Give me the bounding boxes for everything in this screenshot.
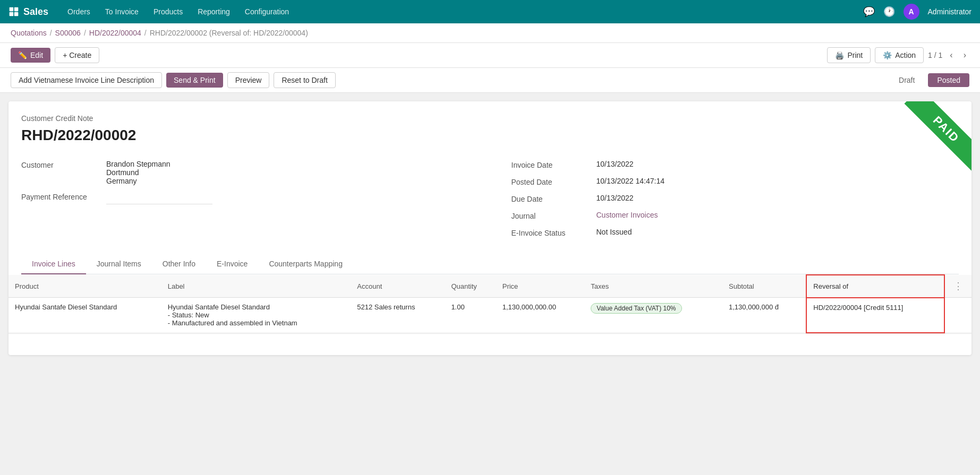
posted-date-value: 10/13/2022 14:47:14	[596, 177, 664, 185]
print-icon: 🖨️	[835, 51, 844, 59]
col-reversal: Reversal of	[806, 275, 944, 298]
cell-account: 5212 Sales returns	[351, 298, 445, 333]
cell-options	[944, 298, 972, 333]
payment-ref-field: Payment Reference	[21, 188, 490, 208]
journal-label: Journal	[512, 211, 596, 220]
preview-button[interactable]: Preview	[227, 72, 270, 88]
add-vi-button[interactable]: Add Vietnamese Invoice Line Description	[11, 72, 162, 88]
nav-right: 💬 🕐 A Administrator	[863, 4, 972, 20]
print-button[interactable]: 🖨️ Print	[827, 47, 871, 63]
due-date-field: Due Date 10/13/2022	[512, 191, 959, 208]
pagination: 1 / 1 ‹ ›	[928, 49, 969, 61]
document-type: Customer Credit Note	[21, 114, 959, 123]
tab-other-info[interactable]: Other Info	[152, 254, 206, 274]
col-taxes: Taxes	[584, 275, 722, 298]
breadcrumb-s00006[interactable]: S00006	[55, 29, 81, 37]
fields-grid: Customer Brandon Stepmann Dortmund Germa…	[21, 157, 959, 241]
nav-products[interactable]: Products	[147, 5, 189, 18]
tabs-bar: Invoice Lines Journal Items Other Info E…	[21, 254, 959, 274]
cell-quantity: 1.00	[445, 298, 496, 333]
payment-ref-value[interactable]	[106, 192, 212, 204]
label-line-1: Hyundai Santafe Diesel Standard	[168, 303, 345, 311]
status-bar: Add Vietnamese Invoice Line Description …	[0, 68, 980, 93]
journal-field: Journal Customer Invoices	[512, 208, 959, 224]
reset-draft-button[interactable]: Reset to Draft	[274, 72, 335, 88]
breadcrumb-current: RHD/2022/00002 (Reversal of: HD/2022/000…	[150, 29, 308, 37]
cell-label: Hyundai Santafe Diesel Standard - Status…	[161, 298, 351, 333]
action-bar: ✏️ Edit + Create 🖨️ Print ⚙️ Action 1 / …	[0, 43, 980, 68]
col-product: Product	[8, 275, 161, 298]
label-line-2: - Status: New	[168, 311, 345, 319]
col-subtotal: Subtotal	[722, 275, 806, 298]
tab-invoice-lines[interactable]: Invoice Lines	[21, 254, 86, 274]
customer-field: Customer Brandon Stepmann Dortmund Germa…	[21, 157, 490, 188]
table-row: Hyundai Santafe Diesel Standard Hyundai …	[8, 298, 972, 333]
einvoice-status-label: E-Invoice Status	[512, 228, 596, 237]
cell-price: 1,130,000,000.00	[496, 298, 585, 333]
avatar[interactable]: A	[904, 4, 919, 20]
einvoice-status-value: Not Issued	[596, 228, 632, 236]
col-quantity: Quantity	[445, 275, 496, 298]
nav-to-invoice[interactable]: To Invoice	[99, 5, 145, 18]
status-posted[interactable]: Posted	[928, 73, 969, 87]
gear-icon: ⚙️	[883, 51, 892, 59]
customer-city: Dortmund	[106, 168, 171, 177]
customer-name[interactable]: Brandon Stepmann	[106, 160, 171, 168]
clock-icon[interactable]: 🕐	[883, 6, 895, 18]
label-line-3: - Manufactured and assembled in Vietnam	[168, 319, 345, 327]
invoice-date-label: Invoice Date	[512, 160, 596, 169]
prev-button[interactable]: ‹	[947, 49, 956, 61]
tab-journal-items[interactable]: Journal Items	[86, 254, 152, 274]
cell-product[interactable]: Hyundai Santafe Diesel Standard	[8, 298, 161, 333]
col-account: Account	[351, 275, 445, 298]
col-label: Label	[161, 275, 351, 298]
right-fields: Invoice Date 10/13/2022 Posted Date 10/1…	[490, 157, 959, 241]
breadcrumb-hd2022[interactable]: HD/2022/00004	[89, 29, 141, 37]
create-button[interactable]: + Create	[55, 47, 99, 63]
nav-reporting[interactable]: Reporting	[191, 5, 236, 18]
nav-orders[interactable]: Orders	[61, 5, 97, 18]
chat-icon[interactable]: 💬	[863, 6, 875, 18]
customer-country: Germany	[106, 177, 171, 185]
document-number: RHD/2022/00002	[21, 127, 959, 144]
action-button[interactable]: ⚙️ Action	[875, 47, 924, 63]
customer-value: Brandon Stepmann Dortmund Germany	[106, 160, 171, 185]
col-price: Price	[496, 275, 585, 298]
col-options-header: ⋮	[944, 275, 972, 298]
app-name: Sales	[23, 6, 48, 18]
column-options-icon[interactable]: ⋮	[951, 281, 965, 291]
tax-badge: Value Added Tax (VAT) 10%	[591, 303, 681, 314]
username[interactable]: Administrator	[928, 7, 972, 16]
left-fields: Customer Brandon Stepmann Dortmund Germa…	[21, 157, 490, 241]
main-content: PAID Customer Credit Note RHD/2022/00002…	[8, 101, 972, 355]
invoice-date-value: 10/13/2022	[596, 160, 634, 168]
svg-rect-2	[10, 12, 14, 16]
posted-date-label: Posted Date	[512, 177, 596, 186]
journal-value[interactable]: Customer Invoices	[596, 211, 658, 219]
posted-date-field: Posted Date 10/13/2022 14:47:14	[512, 174, 959, 191]
invoice-lines-table: Product Label Account Quantity Price Tax…	[8, 274, 972, 333]
nav-links: Orders To Invoice Products Reporting Con…	[61, 5, 850, 18]
due-date-label: Due Date	[512, 194, 596, 203]
reversal-value[interactable]: HD/2022/00004 [Credit 5111]	[813, 304, 903, 312]
top-navigation: Sales Orders To Invoice Products Reporti…	[0, 0, 980, 23]
tab-counterparts[interactable]: Counterparts Mapping	[258, 254, 353, 274]
cell-reversal: HD/2022/00004 [Credit 5111]	[806, 298, 944, 333]
tab-einvoice[interactable]: E-Invoice	[206, 254, 258, 274]
invoice-date-field: Invoice Date 10/13/2022	[512, 157, 959, 174]
breadcrumb-quotations[interactable]: Quotations	[11, 29, 47, 37]
cell-subtotal: 1,130,000,000 đ	[722, 298, 806, 333]
send-print-button[interactable]: Send & Print	[166, 73, 223, 88]
due-date-value: 10/13/2022	[596, 194, 634, 202]
status-draft[interactable]: Draft	[890, 73, 924, 87]
next-button[interactable]: ›	[960, 49, 969, 61]
edit-button[interactable]: ✏️ Edit	[11, 48, 50, 63]
nav-configuration[interactable]: Configuration	[238, 5, 295, 18]
customer-label: Customer	[21, 160, 106, 169]
einvoice-status-field: E-Invoice Status Not Issued	[512, 224, 959, 241]
edit-icon: ✏️	[18, 51, 27, 59]
app-logo[interactable]: Sales	[8, 6, 48, 18]
svg-rect-3	[14, 12, 19, 16]
cell-taxes: Value Added Tax (VAT) 10%	[584, 298, 722, 333]
svg-rect-0	[10, 7, 14, 12]
